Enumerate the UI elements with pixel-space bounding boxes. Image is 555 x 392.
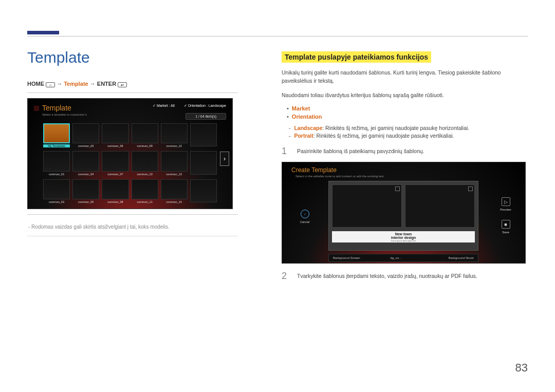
nav-home-label: HOME — [27, 81, 44, 87]
template-label: common_11 — [132, 200, 158, 203]
left-column: Template HOME ⌂ → Template → ENTER ↩ Tem… — [27, 49, 238, 236]
filter-orientation[interactable]: Orientation : Landscape — [184, 104, 226, 108]
template-thumb — [161, 123, 188, 143]
template-thumb — [190, 151, 217, 174]
text-line-1: New town — [332, 232, 475, 236]
zone-icon — [468, 186, 473, 191]
cancel-button[interactable]: ◦ Cancel — [294, 210, 315, 223]
app-icon — [34, 106, 39, 111]
nav-arrow: → — [90, 81, 96, 87]
preview-label: Preview — [500, 208, 511, 211]
bullet-orientation: Orientation — [287, 114, 528, 120]
portrait-text: : Rinkitės šį režimą, jei gaminį naudoja… — [313, 133, 454, 139]
nav-top-rule — [27, 92, 238, 93]
template-thumb — [43, 123, 70, 143]
template-label: common_13 — [161, 173, 188, 176]
preview-button[interactable]: ▷ Preview — [495, 197, 516, 211]
template-cell[interactable]: common_05 — [72, 179, 99, 203]
template-label: common_01 — [43, 173, 70, 176]
home-icon: ⌂ — [46, 82, 55, 87]
criteria-list: Market Orientation — [287, 105, 528, 120]
template-cell[interactable]: common_08 — [102, 179, 128, 203]
template-cell[interactable]: My Templates — [43, 123, 70, 147]
template-cell[interactable]: common_04 — [72, 151, 99, 175]
template-cell[interactable]: common_14 — [161, 179, 188, 203]
nav-arrow: → — [57, 81, 62, 87]
template-cell[interactable]: common_06 — [102, 123, 128, 147]
template-label: common_12 — [161, 144, 188, 147]
template-cell[interactable]: common_10 — [132, 151, 158, 175]
cancel-label: Cancel — [300, 220, 310, 223]
template-thumb — [190, 123, 217, 146]
header-accent — [27, 31, 59, 34]
template-cell[interactable]: common_07 — [102, 151, 128, 175]
template-thumb — [132, 151, 158, 171]
landscape-text: : Rinkitės šį režimą, jei gaminį naudoja… — [322, 125, 469, 131]
screenshot-create-template: Create Template Select in the editable z… — [282, 162, 526, 264]
template-thumb — [161, 179, 188, 199]
bullet-market: Market — [287, 105, 528, 111]
template-cell[interactable]: common_02 — [43, 179, 70, 203]
preview-icon: ▷ — [502, 197, 510, 206]
screenshot-template-grid: Template Select a template to customize … — [27, 98, 233, 209]
template-cell[interactable]: common_12 — [161, 123, 188, 147]
image-zone-left[interactable] — [332, 184, 402, 228]
text-line-2: interior design — [332, 236, 475, 239]
item-count: 1 / 64 item(s) — [186, 113, 226, 120]
image-zone-right[interactable] — [405, 184, 475, 228]
bottom-bar: Background Screen bg_co... Background Mu… — [328, 254, 478, 262]
template-cell[interactable]: common_11 — [132, 179, 158, 203]
nav-bottom-rule — [27, 214, 238, 215]
bg-screen-label[interactable]: Background Screen — [329, 254, 367, 262]
step-2: 2 Tvarkykite šablonus įterpdami teksto, … — [282, 271, 528, 282]
save-button[interactable]: ■ Save — [495, 220, 516, 234]
step-1: 1 Pasirinkite šabloną iš pateikiamų pavy… — [282, 146, 528, 157]
portrait-label: Portrait — [294, 133, 313, 139]
template-canvas[interactable]: New town interior design lorem ipsum des… — [328, 181, 478, 251]
sub-portrait: Portrait: Rinkitės šį režimą, jei gaminį… — [295, 133, 528, 139]
template-label: common_04 — [72, 173, 99, 176]
template-thumb — [72, 123, 99, 143]
shot1-title: Template — [42, 104, 71, 112]
bg-screen-value[interactable]: bg_co... — [367, 254, 410, 262]
text-zone[interactable]: New town interior design lorem ipsum des… — [332, 231, 475, 242]
footnote: Rodomas vaizdas gali skirtis atsižvelgia… — [27, 224, 238, 230]
template-label: common_07 — [102, 173, 128, 176]
nav-enter-label: ENTER — [97, 81, 116, 87]
template-cell[interactable]: common_01 — [43, 151, 70, 175]
zone-icon — [395, 186, 400, 191]
template-label: common_10 — [132, 173, 158, 176]
template-label: common_03 — [72, 144, 99, 147]
template-cell[interactable] — [190, 123, 217, 147]
bg-music-label[interactable]: Background Music — [410, 254, 478, 262]
right-column: Template puslapyje pateikiamos funkcijos… — [282, 51, 528, 282]
nav-template: Template — [64, 81, 88, 87]
template-cell[interactable]: common_03 — [72, 123, 99, 147]
template-cell[interactable] — [190, 151, 217, 175]
template-thumb — [102, 179, 128, 199]
next-arrow-button[interactable]: › — [220, 152, 229, 166]
template-label: common_09 — [132, 144, 158, 147]
template-thumb — [190, 179, 217, 202]
page-title: Template — [27, 49, 238, 66]
template-cell[interactable]: common_09 — [132, 123, 158, 147]
template-thumb — [132, 179, 158, 199]
section-title: Template puslapyje pateikiamos funkcijos — [282, 51, 431, 63]
template-thumb — [132, 123, 158, 143]
template-thumb — [43, 151, 70, 171]
header-divider — [27, 36, 528, 36]
shot2-subtitle: Select in the editable zone to add conte… — [282, 175, 525, 178]
template-cell[interactable]: common_13 — [161, 151, 188, 175]
sub-landscape: Landscape: Rinkitės šį režimą, jei gamin… — [295, 125, 528, 131]
template-label: common_14 — [161, 200, 188, 203]
enter-icon: ↩ — [118, 82, 127, 87]
template-cell[interactable] — [190, 179, 217, 203]
footnote-rule — [27, 236, 238, 236]
template-thumb — [43, 179, 70, 199]
page-number: 83 — [515, 361, 528, 375]
save-icon: ■ — [502, 220, 510, 229]
cancel-icon: ◦ — [301, 210, 309, 218]
template-thumb — [72, 179, 99, 199]
filter-market[interactable]: Market : All — [153, 104, 175, 108]
intro-paragraph: Unikalų turinį galite kurti naudodami ša… — [282, 69, 528, 85]
